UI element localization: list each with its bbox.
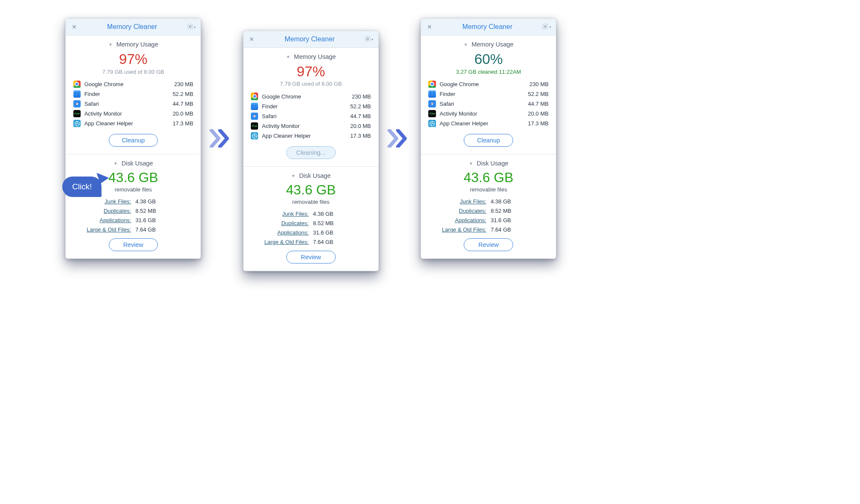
disk-category-link[interactable]: Duplicates:	[81, 208, 131, 214]
disk-category-link[interactable]: Duplicates:	[436, 208, 486, 214]
app-row[interactable]: Safari 44.7 MB	[73, 99, 193, 109]
memory-section-header[interactable]: ▼ Memory Usage	[66, 41, 200, 48]
disk-category-value: 8.52 MB	[135, 208, 186, 214]
disk-category-link[interactable]: Large & Old Files:	[258, 239, 308, 245]
disk-category-link[interactable]: Duplicates:	[258, 220, 308, 226]
disk-category-link[interactable]: Applications:	[436, 217, 486, 223]
memory-section-header[interactable]: ▼ Memory Usage	[421, 41, 556, 48]
gear-icon	[187, 23, 194, 31]
disk-category-link[interactable]: Applications:	[81, 217, 131, 223]
review-button[interactable]: Review	[464, 238, 513, 251]
finder-icon	[428, 90, 436, 98]
disk-subline: removable files	[421, 186, 556, 193]
disk-category-link[interactable]: Junk Files:	[258, 211, 308, 217]
cleanup-button[interactable]: Cleaning...	[286, 146, 336, 159]
memory-subline: 7.79 GB used of 8.00 GB	[66, 69, 200, 75]
app-row[interactable]: App Cleaner Helper 17.3 MB	[73, 119, 193, 128]
review-button[interactable]: Review	[109, 238, 158, 251]
app-row[interactable]: Finder 52.2 MB	[73, 89, 193, 99]
chevron-right-icon	[213, 129, 222, 148]
disk-category-value: 7.64 GB	[491, 226, 541, 233]
app-name: App Cleaner Helper	[262, 133, 350, 139]
memory-percent: 97%	[244, 64, 378, 80]
gear-icon	[542, 23, 549, 31]
disk-section: ▼ Disk Usage 43.6 GB removable files Jun…	[421, 154, 556, 258]
app-title: Memory Cleaner	[256, 35, 363, 43]
app-list: Google Chrome 230 MB Finder 52.2 MB Safa…	[421, 79, 556, 129]
app-name: App Cleaner Helper	[440, 120, 528, 127]
app-row[interactable]: Safari 44.7 MB	[428, 99, 548, 109]
activity-monitor-icon	[73, 110, 81, 117]
memory-subline: 7.79 GB used of 8.00 GB	[244, 81, 378, 87]
app-row[interactable]: App Cleaner Helper 17.3 MB	[428, 119, 548, 128]
app-row[interactable]: Finder 52.2 MB	[251, 101, 371, 111]
app-size: 52.2 MB	[350, 103, 371, 110]
settings-button[interactable]: ▾	[186, 22, 197, 32]
collapse-icon: ▼	[113, 161, 118, 166]
app-row[interactable]: Activity Monitor 20.0 MB	[251, 121, 371, 131]
memory-subline: 3.27 GB cleaned 11:22AM	[421, 69, 556, 75]
app-name: Activity Monitor	[440, 110, 528, 117]
gear-icon	[364, 35, 371, 43]
app-size: 230 MB	[174, 81, 193, 87]
collapse-icon: ▼	[469, 161, 473, 166]
safari-icon	[428, 100, 436, 107]
disk-section-header[interactable]: ▼ Disk Usage	[66, 160, 200, 167]
app-row[interactable]: Activity Monitor 20.0 MB	[428, 109, 548, 119]
app-name: Google Chrome	[84, 81, 174, 87]
settings-button[interactable]: ▾	[363, 34, 375, 44]
app-size: 17.3 MB	[528, 120, 548, 127]
disk-category-link[interactable]: Large & Old Files:	[436, 226, 486, 233]
titlebar: ✕ Memory Cleaner ▾	[244, 31, 378, 48]
app-row[interactable]: Safari 44.7 MB	[251, 111, 371, 121]
safari-icon	[73, 100, 81, 107]
app-name: Safari	[262, 113, 350, 119]
app-row[interactable]: Activity Monitor 20.0 MB	[73, 109, 193, 119]
app-row[interactable]: Google Chrome 230 MB	[251, 92, 371, 101]
app-name: Activity Monitor	[84, 110, 173, 117]
close-button[interactable]: ✕	[425, 23, 434, 32]
disk-category-link[interactable]: Junk Files:	[81, 198, 131, 205]
memory-percent: 60%	[421, 51, 556, 67]
app-name: Safari	[440, 101, 528, 107]
app-row[interactable]: Google Chrome 230 MB	[428, 79, 548, 89]
titlebar: ✕ Memory Cleaner ▾	[66, 19, 200, 35]
safari-icon	[251, 113, 258, 120]
app-title: Memory Cleaner	[79, 23, 186, 31]
next-step-arrow	[391, 129, 409, 148]
cleanup-button[interactable]: Cleanup	[464, 134, 513, 147]
memory-section-header[interactable]: ▼ Memory Usage	[244, 53, 378, 60]
activity-monitor-icon	[251, 122, 258, 130]
collapse-icon: ▼	[291, 174, 295, 178]
disk-category-value: 31.6 GB	[313, 229, 363, 236]
disk-section-header[interactable]: ▼ Disk Usage	[244, 172, 378, 179]
disk-section: ▼ Disk Usage 43.6 GB removable files Jun…	[66, 154, 200, 258]
app-list: Google Chrome 230 MB Finder 52.2 MB Safa…	[244, 92, 378, 141]
callout-text: Click!	[72, 182, 92, 191]
memory-cleaner-panel: ✕ Memory Cleaner ▾ ▼ Memory Usage 97% 7.…	[65, 18, 201, 259]
disk-category-value: 7.64 GB	[135, 226, 186, 233]
svg-point-2	[544, 26, 546, 27]
disk-category-link[interactable]: Large & Old Files:	[81, 226, 131, 233]
disk-category-link[interactable]: Junk Files:	[436, 198, 486, 205]
app-size: 20.0 MB	[173, 110, 193, 117]
disk-size: 43.6 GB	[244, 182, 378, 198]
close-button[interactable]: ✕	[70, 23, 79, 32]
app-size: 17.3 MB	[173, 120, 193, 127]
app-row[interactable]: Google Chrome 230 MB	[73, 79, 193, 89]
disk-category-link[interactable]: Applications:	[258, 229, 308, 236]
review-button[interactable]: Review	[286, 251, 336, 264]
app-row[interactable]: App Cleaner Helper 17.3 MB	[251, 131, 371, 141]
disk-section-header[interactable]: ▼ Disk Usage	[421, 160, 556, 167]
memory-section-title: Memory Usage	[472, 41, 514, 48]
app-row[interactable]: Finder 52.2 MB	[428, 89, 548, 99]
popover-caret	[485, 18, 492, 19]
close-button[interactable]: ✕	[247, 35, 256, 44]
app-size: 230 MB	[352, 93, 371, 100]
settings-button[interactable]: ▾	[540, 22, 552, 32]
popover-caret	[308, 31, 314, 32]
collapse-icon: ▼	[286, 55, 290, 59]
chevron-right-icon	[391, 129, 400, 148]
disk-list: Junk Files: 4.38 GB Duplicates: 8.52 MB …	[66, 198, 200, 233]
cleanup-button[interactable]: Cleanup	[109, 134, 158, 147]
